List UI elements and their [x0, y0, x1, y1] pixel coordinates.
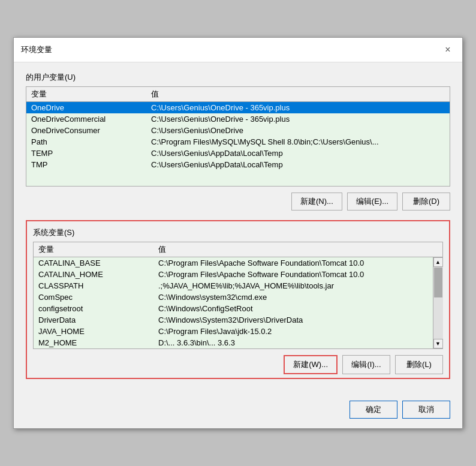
sys-col-var-header: 变量 — [38, 244, 158, 255]
user-button-row: 新建(N)... 编辑(E)... 删除(D) — [26, 193, 450, 211]
ok-button[interactable]: 确定 — [350, 401, 397, 419]
row-val: C:\Windows\system32\cmd.exe — [158, 293, 428, 302]
row-val: C:\Windows\System32\Drivers\DriverData — [158, 315, 428, 324]
user-table-row[interactable]: TEMPC:\Users\Genius\AppData\Local\Temp — [26, 148, 450, 159]
user-table-body: OneDriveC:\Users\Genius\OneDrive - 365vi… — [26, 102, 450, 186]
sys-section-box: 系统变量(S) 变量 值 CATALINA_BASEC:\Program Fil… — [26, 220, 450, 379]
row-var: OneDrive — [31, 103, 151, 112]
row-val: C:\Users\Genius\AppData\Local\Temp — [151, 149, 445, 158]
sys-table-row[interactable]: configsetrootC:\Windows\ConfigSetRoot — [34, 303, 433, 314]
user-section-label: 的用户变量(U) — [26, 72, 450, 83]
sys-table-with-scroll: CATALINA_BASEC:\Program Files\Apache Sof… — [34, 257, 442, 348]
row-var: configsetroot — [38, 304, 158, 313]
sys-table-header: 变量 值 — [34, 242, 442, 257]
environment-variables-dialog: 环境变量 × 的用户变量(U) 变量 值 OneDriveC:\Users\Ge… — [13, 37, 463, 429]
row-var: CATALINA_HOME — [38, 270, 158, 279]
sys-table-row[interactable]: CATALINA_HOMEC:\Program Files\Apache Sof… — [34, 269, 433, 280]
row-var: TEMP — [31, 149, 151, 158]
sys-table-row[interactable]: CATALINA_BASEC:\Program Files\Apache Sof… — [34, 257, 433, 269]
row-val: C:\Program Files\Apache Software Foundat… — [158, 258, 428, 267]
user-col-var-header: 变量 — [31, 89, 151, 100]
row-val: C:\Program Files\Apache Software Foundat… — [158, 270, 428, 279]
user-delete-button[interactable]: 删除(D) — [402, 193, 450, 211]
row-var: TMP — [31, 160, 151, 169]
row-val: C:\Program Files\Java\jdk-15.0.2 — [158, 327, 428, 336]
sys-table-row[interactable]: JAVA_HOMEC:\Program Files\Java\jdk-15.0.… — [34, 326, 433, 337]
sys-table-body: CATALINA_BASEC:\Program Files\Apache Sof… — [34, 257, 433, 348]
row-val: C:\Users\Genius\OneDrive - 365vip.plus — [151, 115, 445, 124]
close-button[interactable]: × — [441, 43, 455, 57]
sys-section-label: 系统变量(S) — [33, 227, 443, 238]
row-var: OneDriveCommercial — [31, 115, 151, 124]
row-val: C:\Windows\ConfigSetRoot — [158, 304, 428, 313]
sys-delete-button[interactable]: 删除(L) — [395, 355, 443, 374]
sys-edit-button[interactable]: 编辑(I)... — [342, 355, 390, 374]
row-var: OneDriveConsumer — [31, 126, 151, 135]
row-var: ComSpec — [38, 293, 158, 302]
user-table-row[interactable]: TMPC:\Users\Genius\AppData\Local\Temp — [26, 159, 450, 170]
cancel-button[interactable]: 取消 — [402, 401, 450, 419]
row-var: CLASSPATH — [38, 281, 158, 290]
bottom-row: 确定 取消 — [14, 395, 462, 428]
user-edit-button[interactable]: 编辑(E)... — [347, 193, 397, 211]
scroll-thumb[interactable] — [434, 267, 442, 297]
user-table-row[interactable]: OneDriveConsumerC:\Users\Genius\OneDrive — [26, 125, 450, 136]
sys-table-row[interactable]: M2_HOMED:\... 3.6.3\bin\... 3.6.3 — [34, 337, 433, 348]
sys-variables-table: 变量 值 CATALINA_BASEC:\Program Files\Apach… — [33, 242, 443, 349]
sys-table-row[interactable]: CLASSPATH.;%JAVA_HOME%\lib;%JAVA_HOME%\l… — [34, 280, 433, 291]
row-var: JAVA_HOME — [38, 327, 158, 336]
user-variables-table: 变量 值 OneDriveC:\Users\Genius\OneDrive - … — [26, 86, 450, 187]
user-table-header: 变量 值 — [26, 87, 450, 102]
user-new-button[interactable]: 新建(N)... — [291, 193, 342, 211]
row-val: C:\Program Files\MySQL\MySQL Shell 8.0\b… — [151, 137, 445, 146]
row-val: C:\Users\Genius\OneDrive - 365vip.plus — [151, 103, 445, 112]
sys-table-row[interactable]: ComSpecC:\Windows\system32\cmd.exe — [34, 291, 433, 303]
scroll-track — [433, 267, 443, 339]
row-val: .;%JAVA_HOME%\lib;%JAVA_HOME%\lib\tools.… — [158, 281, 428, 290]
scroll-down-btn[interactable]: ▼ — [433, 339, 443, 348]
user-table-row[interactable]: PathC:\Program Files\MySQL\MySQL Shell 8… — [26, 136, 450, 148]
row-var: CATALINA_BASE — [38, 258, 158, 267]
dialog-title: 环境变量 — [21, 44, 52, 55]
sys-col-val-header: 值 — [158, 244, 438, 255]
row-val: D:\... 3.6.3\bin\... 3.6.3 — [158, 338, 428, 347]
row-var: DriverData — [38, 315, 158, 324]
row-var: M2_HOME — [38, 338, 158, 347]
title-bar: 环境变量 × — [14, 38, 462, 62]
sys-scrollbar[interactable]: ▲ ▼ — [433, 257, 442, 348]
row-val: C:\Users\Genius\AppData\Local\Temp — [151, 160, 445, 169]
dialog-content: 的用户变量(U) 变量 值 OneDriveC:\Users\Genius\On… — [14, 62, 462, 395]
sys-table-row[interactable]: DriverDataC:\Windows\System32\Drivers\Dr… — [34, 314, 433, 326]
scroll-up-btn[interactable]: ▲ — [433, 257, 443, 267]
user-table-row[interactable]: OneDriveCommercialC:\Users\Genius\OneDri… — [26, 113, 450, 125]
row-val: C:\Users\Genius\OneDrive — [151, 126, 445, 135]
sys-new-button[interactable]: 新建(W)... — [284, 355, 338, 374]
user-col-val-header: 值 — [151, 89, 445, 100]
row-var: Path — [31, 137, 151, 146]
user-table-row[interactable]: OneDriveC:\Users\Genius\OneDrive - 365vi… — [26, 102, 450, 113]
sys-button-row: 新建(W)... 编辑(I)... 删除(L) — [33, 355, 443, 374]
